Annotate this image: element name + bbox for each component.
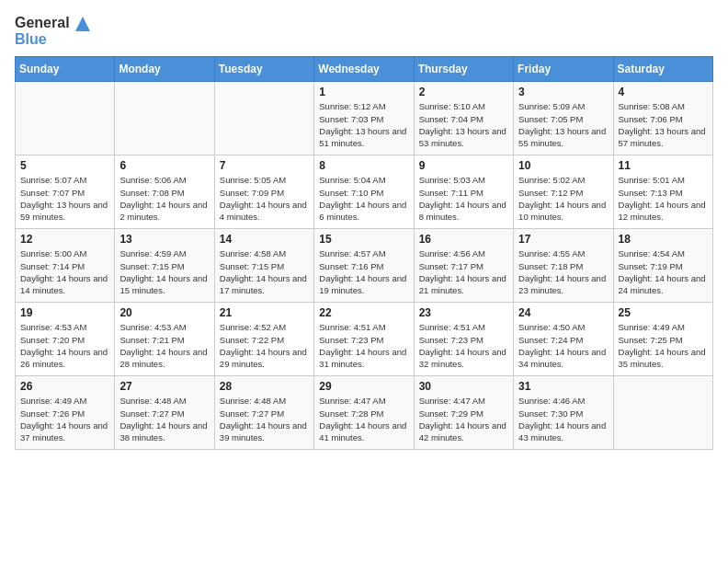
day-info: Sunrise: 4:47 AM Sunset: 7:28 PM Dayligh… xyxy=(319,395,408,443)
day-info: Sunrise: 4:48 AM Sunset: 7:27 PM Dayligh… xyxy=(220,395,309,443)
calendar-cell: 23Sunrise: 4:51 AM Sunset: 7:23 PM Dayli… xyxy=(414,303,513,376)
calendar-cell: 31Sunrise: 4:46 AM Sunset: 7:30 PM Dayli… xyxy=(514,376,613,450)
calendar-week-row: 12Sunrise: 5:00 AM Sunset: 7:14 PM Dayli… xyxy=(16,229,713,303)
col-header-tuesday: Tuesday xyxy=(214,57,313,82)
calendar-week-row: 1Sunrise: 5:12 AM Sunset: 7:03 PM Daylig… xyxy=(16,82,713,155)
calendar-cell: 17Sunrise: 4:55 AM Sunset: 7:18 PM Dayli… xyxy=(514,229,613,303)
day-number: 18 xyxy=(619,233,708,246)
calendar-cell: 9Sunrise: 5:03 AM Sunset: 7:11 PM Daylig… xyxy=(414,155,513,229)
day-info: Sunrise: 5:01 AM Sunset: 7:13 PM Dayligh… xyxy=(619,174,708,223)
day-info: Sunrise: 5:04 AM Sunset: 7:10 PM Dayligh… xyxy=(319,174,408,223)
day-number: 19 xyxy=(20,306,109,319)
calendar-cell: 21Sunrise: 4:52 AM Sunset: 7:22 PM Dayli… xyxy=(214,303,313,376)
day-number: 1 xyxy=(319,86,408,98)
svg-marker-0 xyxy=(75,17,90,31)
day-number: 20 xyxy=(119,306,209,319)
logo-general: General xyxy=(15,15,70,30)
day-info: Sunrise: 4:46 AM Sunset: 7:30 PM Dayligh… xyxy=(518,395,608,443)
day-number: 7 xyxy=(220,159,309,172)
calendar-cell: 5Sunrise: 5:07 AM Sunset: 7:07 PM Daylig… xyxy=(16,155,115,229)
calendar-cell: 8Sunrise: 5:04 AM Sunset: 7:10 PM Daylig… xyxy=(314,155,414,229)
day-number: 10 xyxy=(518,159,608,172)
day-info: Sunrise: 5:07 AM Sunset: 7:07 PM Dayligh… xyxy=(20,174,109,223)
calendar-table: SundayMondayTuesdayWednesdayThursdayFrid… xyxy=(15,56,713,450)
day-info: Sunrise: 5:06 AM Sunset: 7:08 PM Dayligh… xyxy=(119,174,209,223)
day-number: 3 xyxy=(518,86,608,98)
calendar-cell: 25Sunrise: 4:49 AM Sunset: 7:25 PM Dayli… xyxy=(613,303,712,376)
calendar-cell xyxy=(115,82,214,155)
col-header-thursday: Thursday xyxy=(414,57,513,82)
day-info: Sunrise: 4:53 AM Sunset: 7:21 PM Dayligh… xyxy=(119,321,209,370)
calendar-cell: 4Sunrise: 5:08 AM Sunset: 7:06 PM Daylig… xyxy=(613,82,712,155)
day-info: Sunrise: 5:02 AM Sunset: 7:12 PM Dayligh… xyxy=(518,174,608,223)
day-number: 12 xyxy=(20,233,109,246)
day-info: Sunrise: 5:08 AM Sunset: 7:06 PM Dayligh… xyxy=(619,100,708,149)
col-header-saturday: Saturday xyxy=(613,57,712,82)
day-info: Sunrise: 4:56 AM Sunset: 7:17 PM Dayligh… xyxy=(419,247,508,296)
day-info: Sunrise: 4:52 AM Sunset: 7:22 PM Dayligh… xyxy=(220,321,309,370)
day-info: Sunrise: 4:50 AM Sunset: 7:24 PM Dayligh… xyxy=(518,321,608,370)
day-info: Sunrise: 5:10 AM Sunset: 7:04 PM Dayligh… xyxy=(419,100,508,149)
calendar-cell: 13Sunrise: 4:59 AM Sunset: 7:15 PM Dayli… xyxy=(115,229,214,303)
calendar-cell: 19Sunrise: 4:53 AM Sunset: 7:20 PM Dayli… xyxy=(16,303,115,376)
calendar-cell xyxy=(16,82,115,155)
day-number: 14 xyxy=(220,233,309,246)
day-number: 24 xyxy=(518,306,608,319)
day-number: 23 xyxy=(419,306,508,319)
day-info: Sunrise: 4:55 AM Sunset: 7:18 PM Dayligh… xyxy=(518,247,608,296)
logo-icon xyxy=(75,17,90,31)
calendar-week-row: 5Sunrise: 5:07 AM Sunset: 7:07 PM Daylig… xyxy=(16,155,713,229)
calendar-cell: 27Sunrise: 4:48 AM Sunset: 7:27 PM Dayli… xyxy=(115,376,214,450)
calendar-cell: 22Sunrise: 4:51 AM Sunset: 7:23 PM Dayli… xyxy=(314,303,414,376)
logo-blue: Blue xyxy=(15,31,47,47)
day-info: Sunrise: 5:00 AM Sunset: 7:14 PM Dayligh… xyxy=(20,247,109,296)
calendar-cell: 3Sunrise: 5:09 AM Sunset: 7:05 PM Daylig… xyxy=(514,82,613,155)
day-info: Sunrise: 4:54 AM Sunset: 7:19 PM Dayligh… xyxy=(619,247,708,296)
day-number: 25 xyxy=(619,306,708,319)
day-number: 11 xyxy=(619,159,708,172)
calendar-week-row: 26Sunrise: 4:49 AM Sunset: 7:26 PM Dayli… xyxy=(16,376,713,450)
calendar-cell: 20Sunrise: 4:53 AM Sunset: 7:21 PM Dayli… xyxy=(115,303,214,376)
day-number: 6 xyxy=(119,159,209,172)
day-number: 30 xyxy=(419,380,508,393)
page-header: General Blue xyxy=(15,15,713,47)
day-number: 2 xyxy=(419,86,508,98)
day-number: 16 xyxy=(419,233,508,246)
col-header-wednesday: Wednesday xyxy=(314,57,414,82)
calendar-cell: 14Sunrise: 4:58 AM Sunset: 7:15 PM Dayli… xyxy=(214,229,313,303)
calendar-cell xyxy=(613,376,712,450)
day-number: 8 xyxy=(319,159,408,172)
day-info: Sunrise: 4:51 AM Sunset: 7:23 PM Dayligh… xyxy=(419,321,508,370)
calendar-cell: 16Sunrise: 4:56 AM Sunset: 7:17 PM Dayli… xyxy=(414,229,513,303)
day-info: Sunrise: 5:09 AM Sunset: 7:05 PM Dayligh… xyxy=(518,100,608,149)
calendar-cell: 15Sunrise: 4:57 AM Sunset: 7:16 PM Dayli… xyxy=(314,229,414,303)
calendar-cell: 7Sunrise: 5:05 AM Sunset: 7:09 PM Daylig… xyxy=(214,155,313,229)
col-header-sunday: Sunday xyxy=(16,57,115,82)
calendar-cell: 18Sunrise: 4:54 AM Sunset: 7:19 PM Dayli… xyxy=(613,229,712,303)
day-info: Sunrise: 5:12 AM Sunset: 7:03 PM Dayligh… xyxy=(319,100,408,149)
day-info: Sunrise: 4:49 AM Sunset: 7:25 PM Dayligh… xyxy=(619,321,708,370)
day-info: Sunrise: 4:47 AM Sunset: 7:29 PM Dayligh… xyxy=(419,395,508,443)
day-info: Sunrise: 4:59 AM Sunset: 7:15 PM Dayligh… xyxy=(119,247,209,296)
day-number: 17 xyxy=(518,233,608,246)
day-number: 9 xyxy=(419,159,508,172)
logo: General Blue xyxy=(15,15,90,47)
day-number: 31 xyxy=(518,380,608,393)
calendar-cell: 24Sunrise: 4:50 AM Sunset: 7:24 PM Dayli… xyxy=(514,303,613,376)
day-number: 22 xyxy=(319,306,408,319)
calendar-cell: 30Sunrise: 4:47 AM Sunset: 7:29 PM Dayli… xyxy=(414,376,513,450)
day-number: 5 xyxy=(20,159,109,172)
calendar-week-row: 19Sunrise: 4:53 AM Sunset: 7:20 PM Dayli… xyxy=(16,303,713,376)
day-info: Sunrise: 5:05 AM Sunset: 7:09 PM Dayligh… xyxy=(220,174,309,223)
calendar-cell: 12Sunrise: 5:00 AM Sunset: 7:14 PM Dayli… xyxy=(16,229,115,303)
calendar-cell: 28Sunrise: 4:48 AM Sunset: 7:27 PM Dayli… xyxy=(214,376,313,450)
col-header-friday: Friday xyxy=(514,57,613,82)
day-info: Sunrise: 4:57 AM Sunset: 7:16 PM Dayligh… xyxy=(319,247,408,296)
day-info: Sunrise: 4:49 AM Sunset: 7:26 PM Dayligh… xyxy=(20,395,109,443)
calendar-cell: 10Sunrise: 5:02 AM Sunset: 7:12 PM Dayli… xyxy=(514,155,613,229)
calendar-cell: 11Sunrise: 5:01 AM Sunset: 7:13 PM Dayli… xyxy=(613,155,712,229)
day-info: Sunrise: 4:58 AM Sunset: 7:15 PM Dayligh… xyxy=(220,247,309,296)
calendar-cell: 6Sunrise: 5:06 AM Sunset: 7:08 PM Daylig… xyxy=(115,155,214,229)
day-number: 27 xyxy=(119,380,209,393)
logo-text: General Blue xyxy=(15,15,90,47)
